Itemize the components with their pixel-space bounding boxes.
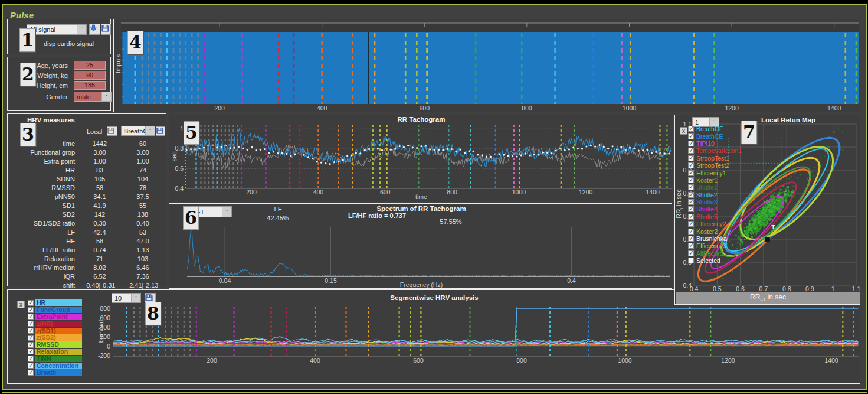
legend-checkbox-strooptest2[interactable]	[688, 162, 694, 168]
legend-checkbox-koster1[interactable]	[688, 177, 694, 183]
legend-checkbox-allrecord[interactable]	[688, 250, 694, 256]
hrv-measure-row: HR8374	[9, 165, 165, 174]
legend-checkbox-koster2[interactable]	[688, 229, 694, 235]
return-map-panel: T1.110.90.80.70.60.50.40.40.50.60.70.80.…	[674, 115, 860, 305]
save-selected-button[interactable]	[156, 126, 165, 136]
segmentwise-close-button[interactable]: x	[17, 301, 25, 308]
annotation-badge-2: 2	[20, 63, 36, 86]
legend-checkbox-tinn[interactable]	[28, 356, 34, 362]
plot-signal-button[interactable]	[89, 24, 100, 35]
x-tick-label: 800	[516, 357, 527, 364]
annotation-badge-5: 5	[184, 121, 199, 145]
segment-length-select[interactable]: 10 ˇ	[112, 293, 141, 303]
legend-checkbox-tipi10[interactable]	[688, 141, 694, 146]
spectrum-title: Spectrum of RR Tachogram	[376, 205, 466, 212]
legend-label: BreathOE	[696, 125, 723, 132]
segmentwise-legend-item: z(HR)	[28, 320, 82, 327]
legend-label: Shulte3	[696, 198, 718, 206]
x-tick-label: 1	[831, 285, 835, 292]
legend-checkbox-breathce[interactable]	[688, 133, 694, 139]
x-tick-label: 1000	[512, 188, 526, 196]
hf-percent: 57.55%	[440, 218, 461, 225]
patient-field-value[interactable]: 185	[74, 81, 106, 90]
hrv-selected-value: 104	[121, 175, 165, 183]
tachogram-panel: 10.80.60.4200400600800100012001400 RR Ta…	[169, 115, 672, 201]
legend-checkbox-brusnichka[interactable]	[688, 236, 694, 242]
legend-checkbox-relaxation[interactable]	[28, 349, 34, 354]
legend-checkbox-shulte3[interactable]	[688, 199, 694, 205]
return-map-legend-item: AllRecord	[688, 250, 742, 257]
chevron-down-icon: ˇ	[145, 126, 155, 135]
legend-label: AllRecord	[696, 250, 723, 257]
legend-label: Selected	[696, 257, 720, 264]
hrv-measure-row: RMSSD5878	[9, 183, 165, 192]
x-tick-label: 1200	[721, 357, 735, 364]
legend-label: StroopTest2	[696, 162, 729, 169]
return-map-legend-item: Shulte2	[688, 191, 742, 198]
x-tick-label: 800	[447, 188, 457, 196]
legend-checkbox-z-sd1-[interactable]	[28, 328, 34, 334]
hrv-measure-label: time	[9, 140, 78, 147]
hrv-measure-label: IQR	[9, 273, 78, 280]
legend-checkbox-z-hr-[interactable]	[28, 321, 34, 327]
legend-checkbox-shulte4[interactable]	[688, 206, 694, 212]
hrv-selected-value: 78	[121, 184, 165, 191]
x-tick-label: 0.9	[805, 285, 814, 292]
return-map-close-button[interactable]: x	[680, 127, 687, 135]
legend-checkbox-breath[interactable]	[28, 370, 34, 376]
hrv-measure-label: SD2	[9, 211, 78, 218]
patient-field-label: Height, cm	[9, 82, 74, 89]
x-tick-label: 600	[413, 357, 424, 364]
x-tick-label: 0.7	[759, 285, 768, 292]
tachogram-ylabel: sec	[171, 151, 178, 161]
save-signal-button[interactable]	[101, 24, 111, 35]
segmentwise-legend-item: RMSSD	[28, 341, 82, 349]
segmentwise-legend-item: Concentration	[28, 362, 82, 369]
annotation-badge-3: 3	[20, 123, 36, 146]
legend-checkbox-concentration[interactable]	[28, 363, 34, 369]
legend-label: Koster1	[696, 177, 718, 184]
legend-label: Efficiency1	[696, 170, 726, 177]
legend-checkbox-funcgroup[interactable]	[28, 307, 34, 313]
patient-field-value[interactable]: 90	[74, 71, 106, 80]
x-tick-label: 600	[420, 105, 430, 112]
segmentwise-legend-item: HR	[28, 299, 82, 307]
patient-field-value[interactable]: 25	[74, 61, 106, 70]
annotation-badge-6: 6	[183, 206, 199, 230]
legend-checkbox-efficiency2[interactable]	[688, 221, 694, 227]
segmentwise-legend-item: z(SD2)	[28, 334, 82, 341]
return-map-legend-item: Shulte3	[688, 198, 742, 206]
compare-signal-select[interactable]: BreathOE ˇ	[121, 126, 155, 136]
annotation-badge-7: 7	[741, 121, 757, 144]
legend-checkbox-shulte5[interactable]	[688, 214, 694, 220]
hrv-local-value: 0.74	[78, 246, 121, 253]
hrv-selected-value: 138	[121, 211, 165, 218]
legend-label: Efficiency2	[696, 220, 726, 227]
legend-checkbox-shulte1[interactable]	[688, 184, 694, 190]
hrv-measure-label: SDNN	[9, 175, 78, 183]
hrv-local-value: 105	[78, 175, 121, 183]
hrv-selected-value: 7.36	[121, 273, 165, 280]
legend-label: Shulte5	[696, 213, 718, 220]
return-map-legend-item: Efficiency1	[688, 169, 742, 176]
legend-checkbox-extrapoint[interactable]	[28, 314, 34, 320]
legend-checkbox-hr[interactable]	[28, 300, 34, 306]
legend-checkbox-efficiency3[interactable]	[688, 243, 694, 249]
legend-checkbox-selected[interactable]	[688, 258, 694, 263]
legend-checkbox-rmssd[interactable]	[28, 342, 34, 348]
signal-select[interactable]: All signal ˇ	[27, 24, 87, 35]
x-tick-label: 200	[207, 357, 217, 364]
save-local-button[interactable]	[107, 126, 117, 136]
legend-checkbox-shulte2[interactable]	[688, 192, 694, 198]
legend-checkbox-strooptest1[interactable]	[688, 155, 694, 161]
return-map-legend-item: Koster1	[688, 177, 742, 184]
selected-marker[interactable]: T	[772, 224, 775, 230]
hrv-local-value: 83	[78, 167, 121, 174]
legend-label: StroopTest1	[696, 155, 729, 162]
legend-checkbox-tempevariation1[interactable]	[688, 148, 694, 154]
legend-checkbox-z-sd2-[interactable]	[28, 335, 34, 341]
legend-checkbox-breathoe[interactable]	[688, 126, 694, 132]
gender-select[interactable]: male ˇ	[74, 92, 112, 102]
gender-label: Gender	[9, 93, 74, 100]
legend-checkbox-efficiency1[interactable]	[688, 170, 694, 176]
